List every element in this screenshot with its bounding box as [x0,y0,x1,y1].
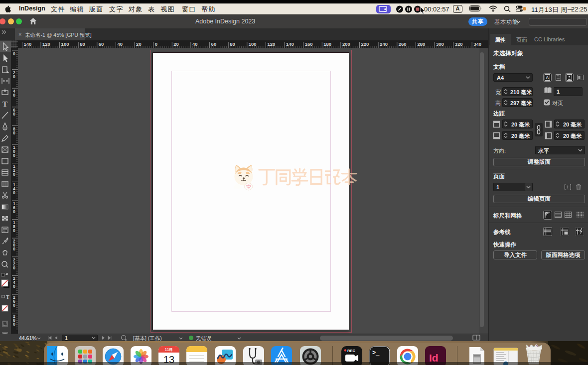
svg-text:0: 0 [13,265,15,270]
svg-text:100: 100 [249,41,257,47]
svg-text:0: 0 [155,41,157,47]
svg-text:11: 11 [165,347,169,352]
svg-text:T: T [2,100,7,108]
svg-text:60: 60 [99,41,104,47]
svg-text:>_: >_ [372,350,380,357]
svg-text:0: 0 [13,172,15,177]
svg-text:200: 200 [342,41,350,47]
svg-text:80: 80 [80,41,85,47]
svg-text:140: 140 [286,41,294,47]
svg-text:0: 0 [13,153,15,158]
svg-text:0: 0 [13,190,15,195]
svg-text:60: 60 [211,41,217,47]
svg-text:0: 0 [13,209,15,214]
svg-text:40: 40 [118,41,123,47]
svg-text:0: 0 [13,228,15,233]
svg-text:0: 0 [13,51,15,56]
svg-text:220: 220 [361,41,369,47]
svg-text:T: T [6,294,9,300]
svg-text:20: 20 [173,41,179,47]
svg-text:120: 120 [267,41,275,47]
svg-text:340: 340 [473,41,481,47]
svg-text:0: 0 [13,284,15,289]
svg-text:0: 0 [13,74,15,79]
svg-text:0: 0 [13,112,15,117]
svg-text:20: 20 [136,41,142,47]
svg-text:120: 120 [42,41,50,47]
svg-text:A: A [546,75,549,80]
svg-text:280: 280 [417,41,425,47]
svg-text:260: 260 [399,41,407,47]
svg-text:300: 300 [436,41,444,47]
svg-text:240: 240 [380,41,388,47]
svg-text:80: 80 [230,41,235,47]
svg-text:160: 160 [305,41,313,47]
svg-text:100: 100 [61,41,69,47]
svg-text:40: 40 [192,41,198,47]
svg-text:REC: REC [347,349,355,353]
svg-text:0: 0 [13,322,15,327]
svg-text:180: 180 [323,41,331,47]
svg-text:140: 140 [23,41,31,47]
svg-text:0: 0 [13,246,15,251]
svg-text:0: 0 [13,303,15,308]
svg-text:320: 320 [455,41,463,47]
svg-text:0: 0 [13,93,15,98]
svg-text:0: 0 [13,130,15,135]
